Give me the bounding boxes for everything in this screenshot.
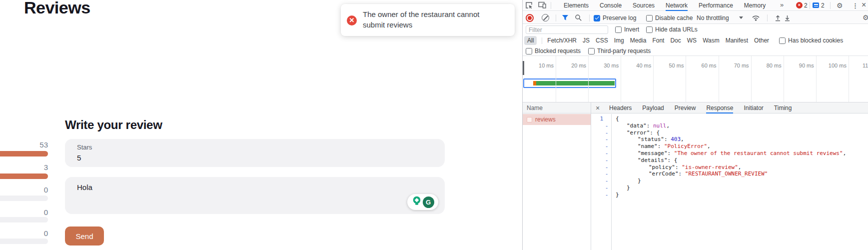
type-chip-other[interactable]: Other <box>754 36 769 45</box>
timeline-selection-window[interactable] <box>523 78 616 88</box>
fold-marker[interactable]: - <box>603 164 610 171</box>
error-count-badge[interactable]: × <box>796 2 803 8</box>
fold-marker[interactable]: - <box>603 143 610 150</box>
checkbox-unchecked[interactable] <box>779 38 786 44</box>
json-line: "details": { <box>616 157 868 164</box>
stars-value: 5 <box>77 154 81 162</box>
import-har-icon[interactable] <box>774 14 782 22</box>
request-row-reviews[interactable]: reviews <box>523 114 591 125</box>
invert-checkbox[interactable]: Invert <box>615 26 639 33</box>
grammarly-widget[interactable]: G <box>407 194 438 210</box>
third-party-requests-checkbox[interactable]: Third-party requests <box>588 48 651 54</box>
type-chip-wasm[interactable]: Wasm <box>703 36 720 45</box>
fold-marker[interactable]: - <box>603 150 610 157</box>
type-chip-media[interactable]: Media <box>630 36 647 45</box>
kebab-menu-icon[interactable]: ⋮ <box>852 2 859 10</box>
divider <box>767 14 768 22</box>
rating-count: 0 <box>0 230 48 237</box>
devtools-tab-console[interactable]: Console <box>600 0 622 11</box>
more-filters-row: Blocked requests Third-party requests <box>523 46 868 56</box>
devtools-tab-memory[interactable]: Memory <box>744 0 766 11</box>
divider <box>542 38 542 44</box>
type-chip-css[interactable]: CSS <box>596 36 608 45</box>
checkbox-unchecked[interactable] <box>646 15 653 22</box>
clear-network-log-icon[interactable] <box>542 14 549 22</box>
type-chip-all[interactable]: All <box>524 36 537 45</box>
preserve-log-checkbox[interactable]: Preserve log <box>594 14 636 22</box>
json-line: "errCode": "RESTAURANT_OWNER_REVIEW" <box>616 170 868 178</box>
timeline-label: 90 ms <box>781 62 814 68</box>
timeline-label: 60 ms <box>684 62 717 68</box>
fold-marker[interactable]: - <box>603 122 610 130</box>
filter-input[interactable] <box>526 26 608 34</box>
detail-tab-timing[interactable]: Timing <box>774 102 792 114</box>
checkbox-unchecked[interactable] <box>615 26 622 33</box>
type-chip-fetch-xhr[interactable]: Fetch/XHR <box>547 36 577 45</box>
network-settings-gear-icon[interactable]: ⚙ <box>863 14 868 21</box>
fold-marker[interactable]: - <box>603 136 610 143</box>
devtools-tab-elements[interactable]: Elements <box>564 0 589 11</box>
search-icon[interactable] <box>575 14 582 22</box>
rating-bar <box>0 174 48 179</box>
timeline-label: 10 ms <box>523 62 554 68</box>
has-blocked-cookies-checkbox[interactable]: Has blocked cookies <box>779 37 843 44</box>
checkbox-unchecked[interactable] <box>588 48 595 54</box>
grammarly-suggestion-icon[interactable] <box>412 196 422 208</box>
detail-tab-headers[interactable]: Headers <box>609 102 632 114</box>
throttling-dropdown[interactable]: No throttling <box>697 14 729 22</box>
type-chip-doc[interactable]: Doc <box>670 36 681 45</box>
type-chip-img[interactable]: Img <box>614 36 624 45</box>
export-har-icon[interactable] <box>784 14 791 22</box>
send-button[interactable]: Send <box>65 226 104 246</box>
checkbox-checked[interactable] <box>594 15 600 22</box>
inspect-element-icon[interactable] <box>525 2 533 9</box>
filter-funnel-icon[interactable] <box>562 14 569 21</box>
detail-tab-initiator[interactable]: Initiator <box>744 102 763 114</box>
toast-notification[interactable]: ✕ The owner of the restaurant cannot sub… <box>341 4 515 36</box>
network-conditions-icon[interactable] <box>752 14 760 22</box>
more-tabs-chevron[interactable]: » <box>780 1 784 8</box>
device-toolbar-icon[interactable] <box>538 2 546 8</box>
close-devtools-icon[interactable]: × <box>862 2 866 8</box>
detail-tab-response[interactable]: Response <box>706 102 733 114</box>
line-number <box>591 164 603 171</box>
settings-gear-icon[interactable]: ⚙ <box>837 2 843 9</box>
hide-data-urls-checkbox[interactable]: Hide data URLs <box>646 26 698 33</box>
fold-marker[interactable]: - <box>603 170 610 178</box>
fold-marker[interactable] <box>603 116 610 122</box>
close-detail-icon[interactable]: × <box>596 104 600 112</box>
line-number <box>591 136 603 143</box>
disable-cache-checkbox[interactable]: Disable cache <box>646 14 693 22</box>
fold-marker[interactable]: - <box>603 192 610 198</box>
fold-marker[interactable]: - <box>603 130 610 136</box>
issues-count: 2 <box>821 2 825 9</box>
issues-icon[interactable] <box>813 2 819 8</box>
timeline-label-clipped: 110 ms <box>863 62 868 68</box>
request-list: Name reviews <box>523 102 591 250</box>
devtools-tab-network[interactable]: Network <box>666 0 688 11</box>
blocked-requests-checkbox[interactable]: Blocked requests <box>526 48 581 54</box>
record-network-log-icon[interactable] <box>526 14 534 22</box>
checkbox-unchecked[interactable] <box>526 48 532 54</box>
type-chip-ws[interactable]: WS <box>687 36 697 45</box>
divider <box>810 2 810 9</box>
name-column-header[interactable]: Name <box>523 102 591 114</box>
type-chip-manifest[interactable]: Manifest <box>726 36 748 45</box>
fold-marker[interactable]: - <box>603 184 610 192</box>
review-textarea[interactable]: Hola G <box>65 177 445 214</box>
fold-marker[interactable]: - <box>603 157 610 164</box>
response-json[interactable]: {"data": null,"error": {"status": 403,"n… <box>612 114 868 250</box>
type-chip-js[interactable]: JS <box>583 36 590 45</box>
grammarly-g-icon[interactable]: G <box>423 196 434 208</box>
json-line: } <box>616 184 868 192</box>
dropdown-caret-icon[interactable] <box>739 16 743 19</box>
type-chip-font[interactable]: Font <box>652 36 664 45</box>
fold-marker[interactable]: - <box>603 178 610 184</box>
detail-tab-payload[interactable]: Payload <box>642 102 664 114</box>
devtools-tab-performance[interactable]: Performance <box>699 0 733 11</box>
stars-field[interactable]: Stars 5 <box>65 139 445 167</box>
detail-tab-preview[interactable]: Preview <box>675 102 696 114</box>
network-timeline-overview[interactable]: 10 ms20 ms30 ms40 ms50 ms60 ms70 ms80 ms… <box>523 56 868 102</box>
checkbox-unchecked[interactable] <box>646 26 653 33</box>
devtools-tab-sources[interactable]: Sources <box>633 0 655 11</box>
